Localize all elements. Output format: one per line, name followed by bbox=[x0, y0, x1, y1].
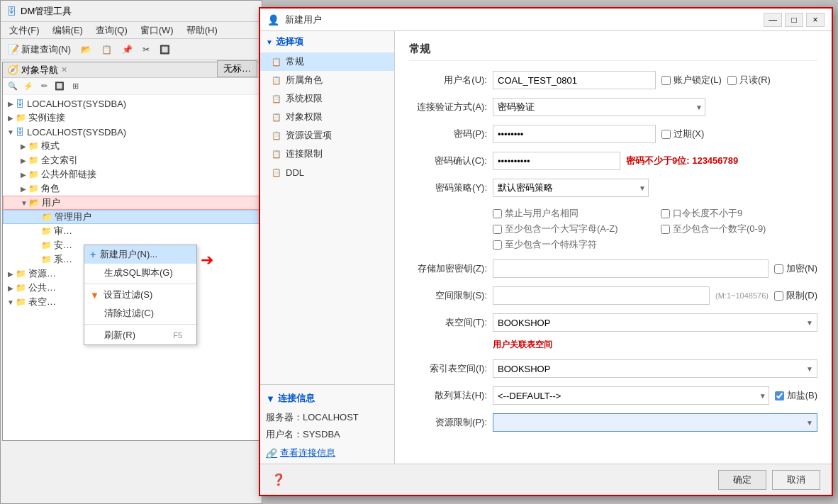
folder-icon: 📁 bbox=[28, 141, 39, 151]
hash-label: 散列算法(H): bbox=[409, 386, 487, 402]
nav-item-conn-limit[interactable]: 📋 连接限制 bbox=[260, 145, 394, 163]
nav-tab-marker: ✕ bbox=[61, 65, 67, 74]
readonly-checkbox[interactable] bbox=[727, 76, 737, 85]
dialog-close-btn[interactable]: × bbox=[806, 13, 825, 27]
menu-query[interactable]: 查询(Q) bbox=[90, 23, 133, 38]
cut-button[interactable]: ✂ bbox=[138, 43, 154, 56]
policy-length-checkbox[interactable] bbox=[661, 209, 670, 218]
nav-item-resource[interactable]: 📋 资源设置项 bbox=[260, 126, 394, 145]
tree-item-jiaose[interactable]: ▶ 📁 角色 bbox=[3, 181, 259, 196]
policy-username-checkbox[interactable] bbox=[493, 209, 502, 218]
policy-select[interactable]: 默认密码策略 bbox=[493, 179, 649, 197]
nav-item-sys-priv[interactable]: 📋 系统权限 bbox=[260, 89, 394, 108]
tablespace-select-container: BOOKSHOP ▼ bbox=[493, 313, 817, 332]
confirm-error: 密码不少于9位: 123456789 bbox=[626, 155, 738, 167]
tree-item-localhost1[interactable]: ▶ 🗄 LOCALHOST(SYSDBA) bbox=[3, 96, 259, 111]
index-tablespace-select[interactable]: BOOKSHOP bbox=[493, 359, 817, 378]
tree-item-yonghu[interactable]: ▼ 📂 用户 bbox=[3, 196, 259, 210]
tab-wubiao[interactable]: 无标… bbox=[217, 60, 257, 77]
limit-checkbox[interactable] bbox=[774, 291, 783, 301]
tree-item-quanwen[interactable]: ▶ 📁 全文索引 bbox=[3, 153, 259, 167]
expire-checkbox[interactable] bbox=[661, 130, 671, 139]
other-button[interactable]: 🔲 bbox=[155, 43, 174, 56]
dialog-minimize-btn[interactable]: — bbox=[764, 13, 782, 27]
policy-check-special: 至少包含一个特殊字符 bbox=[493, 238, 649, 251]
nav-item-ddl[interactable]: 📋 DDL bbox=[260, 163, 394, 181]
menu-file[interactable]: 文件(F) bbox=[4, 23, 45, 38]
username-input[interactable] bbox=[493, 71, 656, 89]
menu-edit[interactable]: 编辑(E) bbox=[47, 23, 89, 38]
auth-select-container: 密码验证 ▼ bbox=[493, 98, 705, 116]
password-input[interactable] bbox=[493, 125, 656, 143]
copy-button[interactable]: 📋 bbox=[97, 43, 116, 56]
nav-title: 对象导航 bbox=[21, 64, 58, 77]
tree-item-gonggong[interactable]: ▶ 📁 公共外部链接 bbox=[3, 167, 259, 181]
confirm-input[interactable] bbox=[493, 152, 620, 170]
link-icon: 🔗 bbox=[266, 448, 277, 459]
search-icon[interactable]: 🔍 bbox=[6, 79, 20, 94]
menu-window[interactable]: 窗口(W) bbox=[135, 23, 179, 38]
confirm-button[interactable]: 确定 bbox=[718, 470, 766, 490]
tree-item-localhost2[interactable]: ▼ 🗄 LOCALHOST(SYSDBA) bbox=[3, 125, 259, 139]
edit-icon[interactable]: ✏ bbox=[37, 79, 51, 94]
cancel-button[interactable]: 取消 bbox=[772, 470, 820, 490]
ctx-new-user[interactable]: + 新建用户(N)... bbox=[84, 245, 196, 264]
policy-select-container: 默认密码策略 ▼ bbox=[493, 179, 649, 197]
tree-item-shiji[interactable]: ▶ 📁 实例连接 bbox=[3, 111, 259, 125]
encrypt-checkbox[interactable] bbox=[774, 264, 783, 274]
policy-row: 密码策略(Y): 默认密码策略 ▼ 禁止与用户名相同 bbox=[409, 179, 817, 251]
tree-item-moshi[interactable]: ▶ 📁 模式 bbox=[3, 139, 259, 153]
policy-digit-checkbox[interactable] bbox=[661, 225, 670, 234]
tree-arrow: ▼ bbox=[6, 128, 16, 136]
policy-special-checkbox[interactable] bbox=[493, 240, 502, 250]
tablespace-controls: BOOKSHOP ▼ 用户关联表空间 bbox=[493, 313, 817, 351]
app-menubar: 文件(F) 编辑(E) 查询(Q) 窗口(W) 帮助(H) bbox=[1, 22, 262, 39]
resource-controls: ▼ bbox=[493, 413, 817, 432]
help-icon[interactable]: ❓ bbox=[272, 473, 286, 486]
delete-icon[interactable]: 🔲 bbox=[52, 79, 67, 94]
resource-select[interactable] bbox=[493, 413, 817, 432]
dialog-title-left: 👤 新建用户 bbox=[267, 13, 322, 26]
index-tablespace-row: 索引表空间(I): BOOKSHOP ▼ bbox=[409, 359, 817, 378]
salt-checkbox[interactable] bbox=[775, 391, 784, 401]
policy-uppercase-checkbox[interactable] bbox=[493, 225, 502, 234]
db-icon: 🗄 bbox=[16, 127, 25, 138]
filter-icon[interactable]: ⚡ bbox=[21, 79, 35, 94]
open-button[interactable]: 📂 bbox=[77, 43, 96, 56]
dialog-title: 新建用户 bbox=[285, 13, 322, 26]
nav-item-general[interactable]: 📋 常规 bbox=[260, 52, 394, 71]
tablespace-select-arrow: ▼ bbox=[806, 319, 813, 327]
ctx-generate-sql[interactable]: 生成SQL脚本(G) bbox=[84, 264, 196, 282]
resource-row: 资源限制(P): ▼ bbox=[409, 413, 817, 432]
app-icon: 🗄 bbox=[6, 6, 16, 17]
menu-help[interactable]: 帮助(H) bbox=[181, 23, 223, 38]
new-query-button[interactable]: 📝 新建查询(N) bbox=[4, 42, 75, 57]
view-conn-link[interactable]: 🔗 查看连接信息 bbox=[266, 447, 389, 459]
roles-icon: 📋 bbox=[272, 76, 281, 85]
nav-item-obj-priv[interactable]: 📋 对象权限 bbox=[260, 108, 394, 126]
limit-checkbox-label: 限制(D) bbox=[774, 289, 817, 302]
folder-icon: 📁 bbox=[16, 113, 26, 123]
ddl-icon: 📋 bbox=[272, 168, 281, 177]
options-arrow: ▼ bbox=[266, 38, 273, 46]
index-tablespace-select-arrow: ▼ bbox=[806, 365, 813, 373]
salt-checkbox-label: 加盐(B) bbox=[775, 389, 817, 402]
account-locked-checkbox[interactable] bbox=[661, 76, 671, 85]
tree-item-guanli[interactable]: 📁 管理用户 bbox=[3, 210, 259, 224]
auth-select[interactable]: 密码验证 bbox=[493, 98, 705, 116]
tablespace-select[interactable]: BOOKSHOP bbox=[493, 313, 817, 332]
dialog-maximize-btn[interactable]: □ bbox=[785, 13, 803, 27]
paste-button[interactable]: 📌 bbox=[118, 43, 137, 56]
ctx-clear-filter[interactable]: 清除过滤(C) bbox=[84, 304, 196, 323]
tree-item-shen[interactable]: 📁 审… bbox=[3, 224, 259, 238]
nav-item-roles[interactable]: 📋 所属角色 bbox=[260, 71, 394, 89]
expand-icon[interactable]: ⊞ bbox=[68, 79, 82, 94]
password-controls: 过期(X) bbox=[493, 125, 817, 143]
context-menu: + 新建用户(N)... 生成SQL脚本(G) ▼ 设置过滤(S) 清除过滤(C… bbox=[84, 245, 197, 345]
ctx-set-filter[interactable]: ▼ 设置过滤(S) bbox=[84, 286, 196, 304]
policy-controls: 默认密码策略 ▼ 禁止与用户名相同 口令长度不小于9 bbox=[493, 179, 817, 251]
ctx-refresh[interactable]: 刷新(R) F5 bbox=[84, 326, 196, 345]
folder-icon: 📁 bbox=[28, 155, 39, 165]
filter-icon: ▼ bbox=[90, 290, 99, 301]
hash-select[interactable]: <--DEFAULT--> bbox=[493, 386, 769, 405]
